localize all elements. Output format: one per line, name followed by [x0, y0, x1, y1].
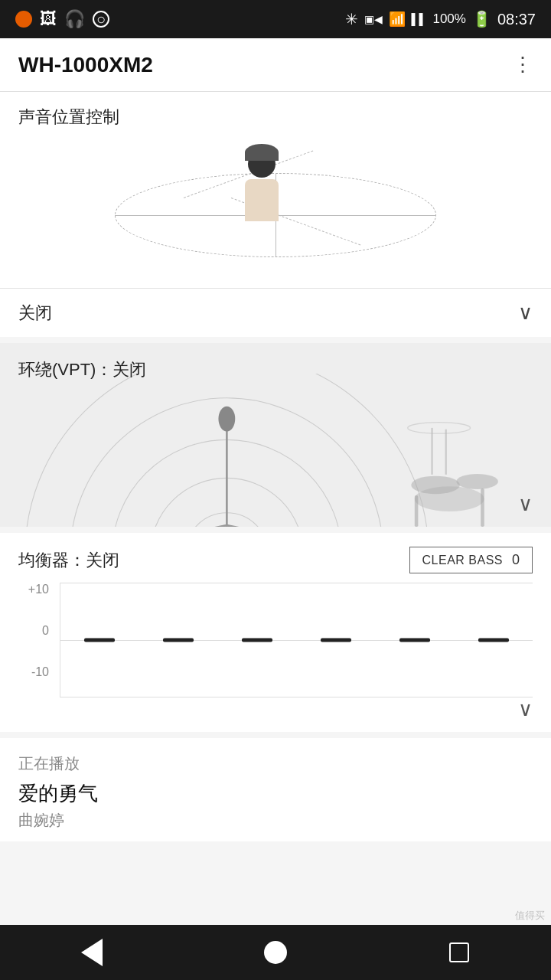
eq-grid: [60, 583, 533, 697]
svg-point-11: [456, 474, 498, 489]
eq-label: 均衡器：关闭: [18, 549, 119, 572]
eq-y-axis: +10 0 -10: [18, 583, 55, 679]
status-icons: 🖼 🎧 ○: [15, 9, 109, 29]
app-header: WH-1000XM2 ⋮: [0, 38, 551, 92]
battery-percent: 100%: [432, 11, 465, 27]
eq-max-label: +10: [18, 583, 49, 596]
clear-bass-label: CLEAR BASS: [422, 554, 503, 567]
recents-icon: [449, 942, 469, 962]
status-bar: 🖼 🎧 ○ ✳ ▣◀ 📶 ▌▌ 100% 🔋 08:37: [0, 0, 551, 38]
svg-rect-12: [415, 495, 419, 527]
person-torso: [245, 179, 279, 221]
back-icon: [81, 939, 103, 966]
eq-bar-5[interactable]: [399, 639, 430, 642]
wifi-icon: 📶: [389, 11, 406, 28]
eq-bar-2[interactable]: [163, 639, 194, 642]
circle-icon: ○: [93, 11, 109, 28]
vpt-label: 环绕(VPT)：关闭: [0, 343, 551, 389]
svg-line-8: [227, 525, 251, 527]
now-playing-title: 正在播放: [18, 753, 533, 774]
eq-min-label: -10: [18, 665, 49, 679]
home-icon: [264, 941, 287, 964]
vpt-section[interactable]: 环绕(VPT)：关闭 ∨: [0, 343, 551, 527]
eq-chevron-row[interactable]: ∨: [0, 697, 551, 732]
eq-header-row: 均衡器：关闭 CLEAR BASS 0: [0, 533, 551, 583]
person-figure: [115, 150, 436, 273]
eq-grid-bot: [60, 697, 533, 697]
sound-position-dropdown[interactable]: 关闭 ∨: [0, 288, 551, 337]
battery-icon: 🔋: [472, 10, 491, 28]
sound-position-section: 声音位置控制 关闭 ∨: [0, 92, 551, 337]
eq-mid-label: 0: [18, 624, 49, 638]
vpt-chevron-icon[interactable]: ∨: [518, 492, 533, 516]
now-playing-section: 正在播放 爱的勇气 曲婉婷: [0, 738, 551, 841]
svg-line-7: [203, 525, 227, 527]
sound-position-figure: [0, 135, 551, 288]
status-right-icons: ✳ ▣◀ 📶 ▌▌ 100% 🔋 08:37: [345, 10, 536, 28]
eq-bars-row: [60, 639, 533, 642]
eq-bar-3[interactable]: [242, 639, 272, 642]
headphones-icon: 🎧: [64, 9, 85, 29]
recents-button[interactable]: [440, 933, 478, 972]
sound-position-value: 关闭: [18, 302, 52, 325]
home-button[interactable]: [256, 933, 295, 972]
svg-rect-13: [481, 488, 484, 527]
artist-name: 曲婉婷: [18, 810, 533, 831]
equalizer-section: 均衡器：关闭 CLEAR BASS 0 +10 0 -10: [0, 533, 551, 732]
song-title: 爱的勇气: [18, 780, 533, 807]
person-body: [245, 150, 279, 221]
menu-button[interactable]: ⋮: [513, 53, 533, 77]
eq-chevron-icon[interactable]: ∨: [518, 697, 533, 721]
eq-chart: +10 0 -10: [0, 583, 551, 697]
eq-bar-4[interactable]: [321, 639, 351, 642]
sound-position-label: 声音位置控制: [0, 92, 551, 135]
bluetooth-icon: ✳: [345, 10, 358, 28]
eq-bar-1[interactable]: [84, 639, 115, 642]
time: 08:37: [497, 11, 536, 28]
vpt-background-svg: [0, 374, 551, 527]
bottom-nav: [0, 925, 551, 980]
back-button[interactable]: [73, 933, 111, 972]
clear-bass-badge[interactable]: CLEAR BASS 0: [409, 547, 533, 573]
flame-icon: [15, 11, 32, 28]
person-head: [248, 150, 276, 178]
signal-icon: ▣◀: [364, 13, 383, 25]
svg-point-10: [411, 476, 460, 495]
network-icon: ▌▌: [412, 13, 427, 25]
svg-point-6: [218, 407, 235, 432]
image-icon: 🖼: [40, 9, 57, 29]
eq-bar-6[interactable]: [478, 639, 509, 642]
app-title: WH-1000XM2: [18, 53, 153, 77]
watermark: 值得买: [515, 909, 545, 923]
eq-grid-top: [60, 583, 533, 583]
svg-point-16: [408, 423, 471, 434]
chevron-down-icon: ∨: [518, 301, 533, 325]
clear-bass-value: 0: [512, 552, 520, 568]
